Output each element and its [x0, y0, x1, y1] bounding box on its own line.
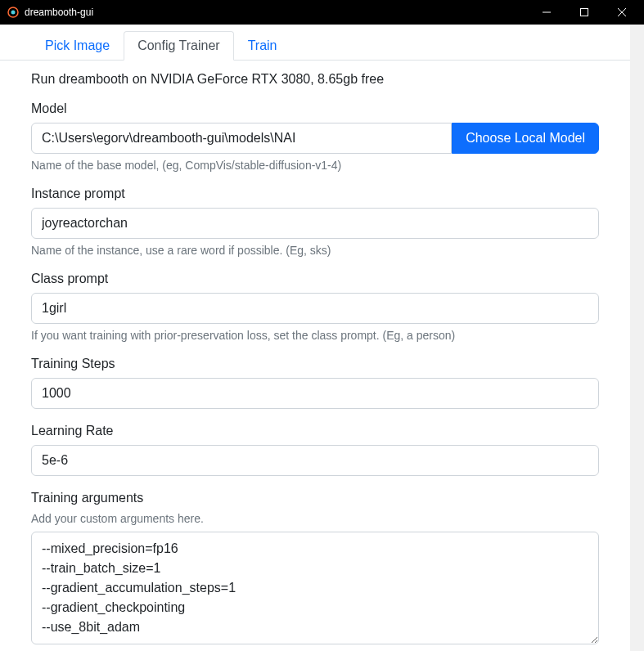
gpu-status-text: Run dreambooth on NVIDIA GeForce RTX 308… [31, 72, 599, 87]
learning-rate-group: Learning Rate [31, 424, 599, 476]
minimize-button[interactable] [528, 0, 565, 25]
main-content: Pick Image Config Trainer Train Run drea… [0, 25, 630, 651]
window-controls [528, 0, 641, 25]
tab-pick-image[interactable]: Pick Image [31, 31, 124, 61]
learning-rate-label: Learning Rate [31, 424, 599, 438]
close-button[interactable] [603, 0, 641, 25]
training-arguments-label: Training arguments [31, 491, 599, 505]
maximize-button[interactable] [565, 0, 603, 25]
training-arguments-group: Training arguments Add your custom argum… [31, 491, 599, 644]
training-steps-input[interactable] [31, 378, 599, 409]
svg-point-1 [11, 11, 16, 15]
instance-prompt-group: Instance prompt Name of the instance, us… [31, 186, 599, 257]
window-title: dreambooth-gui [25, 7, 528, 18]
tabs-nav: Pick Image Config Trainer Train [0, 25, 630, 61]
training-arguments-textarea[interactable] [31, 532, 599, 644]
tab-train[interactable]: Train [234, 31, 291, 61]
class-prompt-label: Class prompt [31, 272, 599, 286]
app-icon [7, 6, 20, 19]
class-prompt-group: Class prompt If you want training with p… [31, 272, 599, 342]
svg-rect-2 [581, 9, 588, 16]
learning-rate-input[interactable] [31, 445, 599, 476]
tab-config-trainer[interactable]: Config Trainer [124, 31, 234, 61]
titlebar: dreambooth-gui [0, 0, 644, 25]
model-input[interactable] [31, 123, 452, 154]
model-group: Model Choose Local Model Name of the bas… [31, 101, 599, 172]
class-prompt-input[interactable] [31, 293, 599, 324]
class-prompt-help-text: If you want training with prior-preserva… [31, 329, 599, 342]
training-steps-label: Training Steps [31, 357, 599, 371]
training-arguments-description: Add your custom arguments here. [31, 512, 599, 525]
instance-prompt-help-text: Name of the instance, use a rare word if… [31, 244, 599, 257]
model-label: Model [31, 101, 599, 116]
tab-panel: Run dreambooth on NVIDIA GeForce RTX 308… [0, 61, 630, 644]
model-help-text: Name of the base model, (eg, CompVis/sta… [31, 159, 599, 172]
instance-prompt-label: Instance prompt [31, 186, 599, 201]
choose-local-model-button[interactable]: Choose Local Model [452, 123, 599, 154]
training-steps-group: Training Steps [31, 357, 599, 409]
scrollbar-vertical[interactable] [630, 25, 644, 651]
instance-prompt-input[interactable] [31, 208, 599, 239]
